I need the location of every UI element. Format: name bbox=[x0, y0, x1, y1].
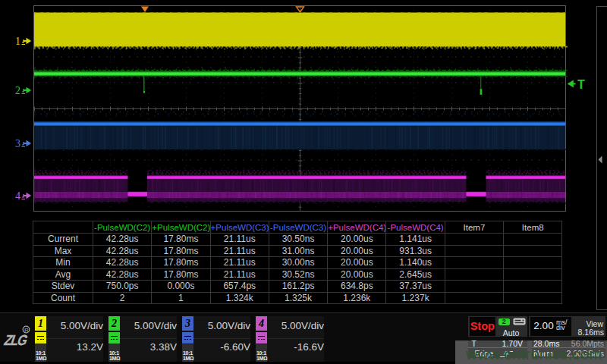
svg-text:ZLG: ZLG bbox=[2, 332, 30, 348]
svg-text:4: 4 bbox=[15, 190, 20, 202]
svg-text:1: 1 bbox=[15, 36, 20, 47]
svg-text:2: 2 bbox=[15, 85, 20, 96]
svg-text:R: R bbox=[24, 327, 29, 334]
svg-text:T: T bbox=[577, 78, 585, 91]
svg-text:3: 3 bbox=[15, 138, 20, 149]
